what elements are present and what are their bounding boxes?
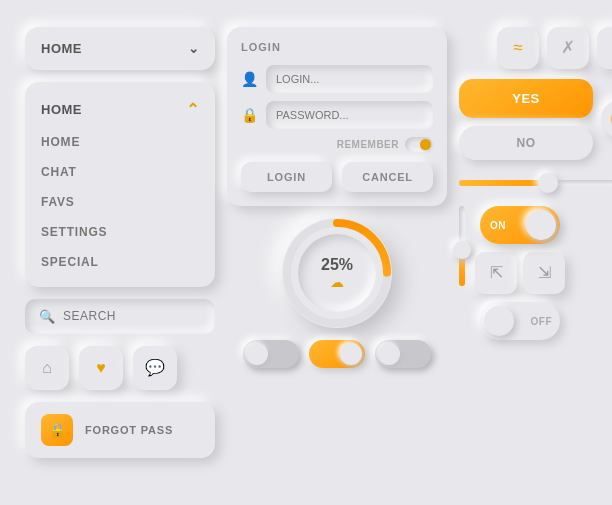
menu-header[interactable]: HOME ⌃ (25, 92, 215, 127)
mail-icon-btn[interactable]: ✉ (597, 27, 612, 69)
chat-icon-btn[interactable]: 💬 (133, 346, 177, 390)
toggle-off-knob (484, 306, 514, 336)
menu-item-settings[interactable]: SETTINGS (25, 217, 215, 247)
v-thumb[interactable] (453, 241, 471, 259)
menu-open-label: HOME (41, 102, 82, 117)
collapse-icon: ⇲ (538, 263, 551, 282)
toggle-on-knob (526, 210, 556, 240)
search-icon: 🔍 (39, 309, 55, 324)
toggle-off-large[interactable]: OFF (480, 302, 560, 340)
slider-track[interactable] (459, 180, 612, 186)
toggle-gray-left[interactable] (243, 340, 299, 368)
menu-item-favs[interactable]: FAVS (25, 187, 215, 217)
bluetooth-icon-btn[interactable]: ✗ (547, 27, 589, 69)
dropdown-closed-label: HOME (41, 41, 82, 56)
dropdown-closed[interactable]: HOME ⌄ (25, 27, 215, 70)
no-button[interactable]: NO (459, 126, 593, 160)
toggle-knob (378, 343, 400, 365)
home-icon-btn[interactable]: ⌂ (25, 346, 69, 390)
progress-circle: 25% ☁ (282, 218, 392, 328)
bluetooth-icon: ✗ (561, 37, 575, 58)
expand-icon-btn[interactable]: ⇱ (475, 252, 517, 294)
v-track[interactable] (459, 206, 465, 286)
cloud-icon: ☁ (330, 274, 344, 290)
chat-icon: 💬 (145, 358, 165, 377)
login-title: LOGIN (241, 41, 433, 53)
toggle-orange-center[interactable] (309, 340, 365, 368)
progress-circle-wrap: 25% ☁ (282, 218, 392, 328)
vertical-slider-section: ON ⇱ ⇲ OFF (459, 206, 612, 340)
login-input[interactable] (276, 73, 423, 85)
password-input[interactable] (276, 109, 423, 121)
search-bar[interactable]: 🔍 (25, 299, 215, 334)
user-icon: 👤 (241, 71, 258, 87)
toggle-knob (246, 343, 268, 365)
lock-field-icon: 🔒 (241, 107, 258, 123)
progress-percent: 25% (321, 256, 353, 274)
remember-label: REMEMBER (337, 139, 399, 150)
wifi-icon-btn[interactable]: ≈ (497, 27, 539, 69)
toggle-on-large[interactable]: ON (480, 206, 560, 244)
password-input-field[interactable] (266, 101, 433, 129)
chevron-down-icon: ⌄ (188, 41, 200, 56)
remember-row: REMEMBER (241, 137, 433, 152)
heart-icon-btn[interactable]: ♥ (79, 346, 123, 390)
yes-no-section: YES NO (459, 79, 612, 160)
login-button-row: LOGIN CANCEL (241, 162, 433, 192)
forgot-pass-button[interactable]: 🔒 FORGOT PASS (25, 402, 215, 458)
slider-horizontal[interactable] (459, 170, 612, 196)
remember-toggle[interactable] (405, 137, 433, 152)
yes-button[interactable]: YES (459, 79, 593, 118)
chevron-up-icon: ⌃ (186, 100, 200, 119)
login-input-field[interactable] (266, 65, 433, 93)
expand-collapse-row: ⇱ ⇲ (475, 252, 565, 294)
slider-thumb[interactable] (538, 173, 558, 193)
expand-icon: ⇱ (490, 263, 503, 282)
menu-item-chat[interactable]: CHAT (25, 157, 215, 187)
lock-icon: 🔒 (41, 414, 73, 446)
menu-item-home[interactable]: HOME (25, 127, 215, 157)
vertical-slider[interactable] (459, 206, 465, 286)
collapse-icon-btn[interactable]: ⇲ (523, 252, 565, 294)
search-input[interactable] (63, 309, 201, 323)
wifi-icon: ≈ (513, 38, 522, 58)
menu-item-special[interactable]: SPECIAL (25, 247, 215, 277)
toggle-gray-right[interactable] (375, 340, 431, 368)
small-toggles-row (243, 340, 431, 368)
home-icon: ⌂ (42, 359, 52, 377)
heart-icon: ♥ (96, 359, 106, 377)
login-button[interactable]: LOGIN (241, 162, 332, 192)
toggle-knob (340, 343, 362, 365)
login-card: LOGIN 👤 🔒 REMEMBER LOGIN CANCEL (227, 27, 447, 206)
icon-row: ⌂ ♥ 💬 (25, 346, 215, 390)
cancel-button[interactable]: CANCEL (342, 162, 433, 192)
dropdown-open: HOME ⌃ HOME CHAT FAVS SETTINGS SPECIAL (25, 82, 215, 287)
progress-inner: 25% ☁ (298, 234, 376, 312)
toggle-on-label: ON (490, 219, 506, 230)
toggle-off-label: OFF (531, 315, 553, 326)
round-toggle[interactable] (601, 100, 612, 138)
forgot-pass-label: FORGOT PASS (85, 424, 173, 436)
top-icon-row: ≈ ✗ ✉ (459, 27, 612, 69)
